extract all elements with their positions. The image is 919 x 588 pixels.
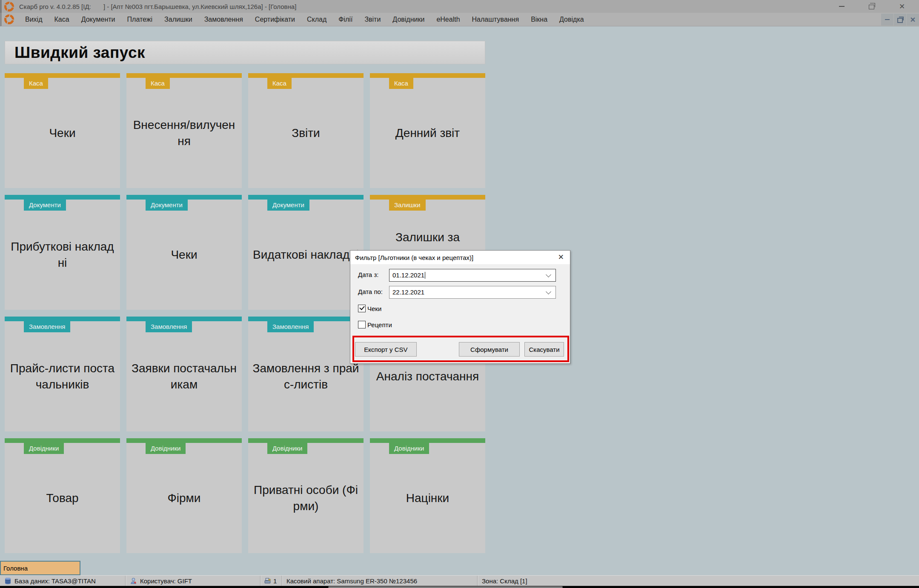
menu-item-11[interactable]: eHealth [430, 16, 466, 23]
mdi-minimize-icon[interactable] [881, 14, 893, 26]
window-titlebar: Скарб pro v. 4.0.2.85 [ІД: ] - [Апт №003… [0, 0, 919, 13]
window-controls: ✕ [821, 0, 919, 13]
tile-category-bar [5, 73, 120, 78]
tab-label: Головна [3, 565, 28, 572]
tile[interactable]: ДовідникиНацінки [370, 438, 485, 553]
status-zone-text: Зона: Склад [1] [482, 577, 527, 585]
tile-label: Замовлення з прайс-листів [248, 321, 364, 431]
tile[interactable]: ДовідникиПриватні особи (Фірми) [248, 438, 364, 553]
menu-items: ВихідКасаДокументиПлатежіЗалишкиЗамовлен… [19, 16, 590, 23]
checkbox-label: Чеки [367, 305, 381, 312]
user-icon [130, 577, 137, 585]
date-to-value: 22.12.2021 [392, 288, 424, 296]
statusbar: База даних: TASA3@TITAN Користувач: GIFT… [0, 575, 919, 586]
menu-app-logo-icon [4, 14, 14, 24]
date-to-combobox[interactable]: 22.12.2021 [389, 286, 556, 299]
tile-category-bar [5, 195, 120, 200]
tab-holovna[interactable]: Головна [0, 561, 80, 575]
tile-category-bar [248, 73, 364, 78]
chevron-down-icon[interactable] [546, 289, 551, 294]
checkbox-checked-icon[interactable] [358, 305, 366, 312]
mdi-close-icon[interactable]: ✕ [906, 14, 919, 26]
tile-category-bar [5, 317, 120, 321]
quick-launch-header: Швидкий запуск [5, 41, 485, 64]
menu-item-8[interactable]: Філії [332, 16, 358, 23]
tile[interactable]: ДокументиВидаткові накладні [248, 195, 364, 310]
checkbox-label: Рецепти [367, 321, 392, 328]
status-database-text: База даних: TASA3@TITAN [14, 577, 96, 585]
date-from-combobox[interactable]: 01.12.2021 [389, 269, 556, 282]
window-title: Скарб pro v. 4.0.2.85 [ІД: ] - [Апт №003… [19, 3, 296, 10]
checkbox-row-retsepty[interactable]: Рецепти [358, 321, 392, 328]
tile[interactable]: ДовідникиТовар [5, 438, 120, 553]
filter-dialog-title: Фильтр [Льготники (в чеках и рецептах)] [350, 254, 473, 261]
tile[interactable]: КасаДенний звіт [370, 73, 485, 188]
tile-label: Товар [5, 443, 120, 553]
tile[interactable]: ЗамовленняЗамовлення з прайс-листів [248, 317, 364, 431]
tile-label: Звіти [248, 78, 364, 188]
tile-category-bar [248, 317, 364, 321]
tile[interactable]: ЗамовленняПрайс-листи постачальників [5, 317, 120, 431]
filter-dialog-titlebar[interactable]: Фильтр [Льготники (в чеках и рецептах)] … [350, 251, 570, 264]
tile-label: Фірми [126, 443, 242, 553]
tile-category-bar [126, 73, 242, 78]
dialog-close-icon[interactable]: ✕ [558, 253, 564, 262]
tile-label: Приватні особи (Фірми) [248, 443, 364, 553]
status-register-text: Касовий апарат: Samsung ER-350 №123456 [286, 577, 417, 585]
tile[interactable]: ДовідникиФірми [126, 438, 242, 553]
status-register-count-text: 1 [273, 577, 277, 585]
quick-launch-title: Швидкий запуск [5, 44, 145, 62]
tile[interactable]: КасаЗвіти [248, 73, 364, 188]
menu-item-7[interactable]: Склад [301, 16, 332, 23]
menu-item-10[interactable]: Довідники [386, 16, 430, 23]
export-csv-button[interactable]: Експорт у CSV [355, 342, 417, 357]
menu-item-3[interactable]: Платежі [121, 16, 159, 23]
text-caret [425, 272, 425, 279]
tile-category-bar [248, 195, 364, 200]
cash-register-icon [264, 577, 271, 585]
menu-item-14[interactable]: Довідка [553, 16, 590, 23]
mdi-window-controls: ✕ [881, 14, 919, 26]
tile-category-bar [370, 73, 485, 78]
menubar: ВихідКасаДокументиПлатежіЗалишкиЗамовлен… [0, 13, 919, 26]
tile[interactable]: КасаВнесення/вилучення [126, 73, 242, 188]
menu-item-4[interactable]: Залишки [158, 16, 198, 23]
tile[interactable]: КасаЧеки [5, 73, 120, 188]
tile[interactable]: ДокументиЧеки [126, 195, 242, 310]
status-user: Користувач: GIFT [126, 576, 261, 586]
tile-category-bar [370, 438, 485, 443]
menu-item-0[interactable]: Вихід [19, 16, 49, 23]
chevron-down-icon[interactable] [546, 272, 551, 277]
menu-item-6[interactable]: Сертифікати [249, 16, 301, 23]
tile-category-bar [126, 317, 242, 321]
window-close-icon[interactable]: ✕ [893, 0, 911, 13]
window-minimize-icon[interactable] [832, 0, 851, 13]
app-logo-icon [4, 2, 14, 11]
generate-button[interactable]: Сформувати [459, 342, 520, 357]
menu-item-9[interactable]: Звіти [358, 16, 386, 23]
tile[interactable]: ДокументиПрибуткові накладні [5, 195, 120, 310]
tile-category-bar [248, 438, 364, 443]
database-icon [4, 577, 11, 585]
checkbox-row-cheky[interactable]: Чеки [358, 305, 381, 312]
filter-dialog: Фильтр [Льготники (в чеках и рецептах)] … [350, 250, 570, 364]
menu-item-2[interactable]: Документи [75, 16, 121, 23]
date-from-value: 01.12.2021 [392, 271, 424, 279]
menu-item-1[interactable]: Каса [49, 16, 75, 23]
tile-category-bar [5, 438, 120, 443]
tile-label: Чеки [126, 200, 242, 310]
tile[interactable]: ЗамовленняЗаявки постачальникам [126, 317, 242, 431]
mdi-restore-icon[interactable] [893, 14, 906, 26]
menu-item-13[interactable]: Вікна [525, 16, 553, 23]
tile-label: Заявки постачальникам [126, 321, 242, 431]
checkbox-unchecked-icon[interactable] [358, 321, 366, 328]
window-restore-icon[interactable] [862, 0, 881, 13]
cancel-button[interactable]: Скасувати [524, 342, 564, 357]
status-database: База даних: TASA3@TITAN [0, 576, 126, 586]
status-zone: Зона: Склад [1] [478, 576, 919, 586]
screen-bottom-strip [0, 586, 919, 588]
tile-label: Видаткові накладні [248, 200, 364, 310]
menu-item-5[interactable]: Замовлення [198, 16, 249, 23]
status-user-text: Користувач: GIFT [140, 577, 192, 585]
menu-item-12[interactable]: Налаштування [466, 16, 525, 23]
